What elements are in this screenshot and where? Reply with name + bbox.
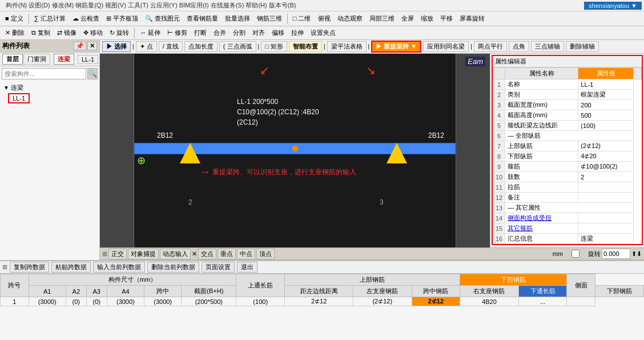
left-wall (100, 54, 134, 247)
bottom-cell[interactable]: (0) (66, 297, 86, 306)
btn-beam-id[interactable]: LL-1 (78, 55, 98, 64)
prop-row-value: 4⊄20 (578, 151, 634, 162)
tree-sub-item-ll1[interactable]: LL-1 (8, 93, 30, 103)
btn-line[interactable]: / 直线 (159, 41, 183, 52)
btn-batch[interactable]: 批量选择 (222, 13, 253, 24)
bottom-cell[interactable]: (0) (86, 297, 107, 306)
bottom-cell[interactable]: 2⊄12 (285, 297, 353, 306)
btn-align[interactable]: 对齐 (249, 27, 268, 38)
btn-smart[interactable]: 智能布置 (289, 41, 322, 52)
bottom-cell[interactable]: (3000) (144, 297, 182, 306)
btn-floor[interactable]: 首层 (2, 54, 23, 65)
btn-copy-span[interactable]: 复制跨数据 (10, 262, 49, 273)
btn-offset[interactable]: 偏移 (269, 27, 287, 38)
btn-define[interactable]: ■ 定义 (2, 13, 26, 24)
btn-input-cur[interactable]: 输入当前列数据 (93, 262, 145, 273)
bottom-cell[interactable]: (200*500) (182, 297, 236, 306)
btn-find[interactable]: 🔍 查找图元 (142, 13, 183, 24)
bottom-cell[interactable]: 4B20 (460, 297, 518, 306)
prop-scroll[interactable]: 属性名称 属性值 1 名称 LL-12 类别 框架连梁3 截面宽度(mm) 20… (493, 67, 642, 244)
btn-split[interactable]: 分割 (230, 27, 248, 38)
btn-angle[interactable]: 点角 (509, 41, 529, 52)
bottom-cell[interactable]: ... (518, 297, 567, 306)
btn-move[interactable]: ✥ 移动 (80, 27, 106, 38)
btn-two-point-par[interactable]: 两点平行 (474, 41, 507, 52)
btn-panel-close[interactable]: ✕ (87, 42, 97, 50)
btn-flush[interactable]: ⊞ 平齐板顶 (103, 13, 141, 24)
btn-panel-pin[interactable]: 📌 (74, 42, 86, 50)
bottom-cell[interactable] (567, 297, 595, 306)
btn-trim[interactable]: ⊢ 修剪 (164, 27, 190, 38)
btn-perp[interactable]: 垂点 (218, 249, 236, 259)
btn-apply-same[interactable]: 应用到同名梁 (423, 41, 469, 52)
rotate-checkbox[interactable] (564, 250, 587, 258)
btn-recount[interactable]: ▶ 重提梁跨 ▼ (371, 41, 421, 53)
btn-dynamic-input[interactable]: 动态输入 (160, 249, 191, 259)
btn-page-setup[interactable]: 页面设置 (202, 262, 235, 273)
bottom-cell[interactable]: (100) (236, 297, 285, 306)
canvas[interactable]: 2 3 4 LL-1 200*500 (100, 54, 490, 247)
tree-item-beam[interactable]: ▼ 连梁 (1, 82, 98, 93)
yellow-triangle-right (387, 143, 407, 163)
btn-dynview[interactable]: 动态观察 (335, 13, 365, 24)
right-rebar-label: 2B12 (428, 131, 444, 139)
search-button[interactable]: 🔍 (87, 68, 98, 79)
bottom-cell[interactable]: (3000) (29, 297, 66, 306)
btn-topview[interactable]: 俯视 (315, 13, 333, 24)
btn-rotate[interactable]: ↻ 旋转 (107, 27, 132, 38)
btn-snap[interactable]: 对象捕提 (128, 249, 159, 259)
btn-del-cur[interactable]: 删除当前列数据 (147, 262, 199, 273)
bottom-cell[interactable]: 2⊄12 (412, 297, 460, 306)
btn-extend[interactable]: ↔ 延伸 (137, 27, 163, 38)
btn-del-aux[interactable]: 删除辅轴 (566, 41, 599, 52)
prop-row-name[interactable]: 侧面构造或受扭 (505, 213, 578, 223)
status-icon: ⊞ (102, 250, 107, 258)
btn-copy[interactable]: ⧉ 复制 (29, 27, 53, 38)
prop-row-name[interactable]: 其它箍筋 (505, 223, 578, 234)
btn-3drebar[interactable]: 钢筋三维 (254, 13, 285, 24)
panel-title-bar: 构件列表 📌 ✕ (0, 40, 99, 53)
bottom-table-area[interactable]: 跨号 构件尺寸（mm） 上通长筋 上部钢筋 下部钢筋 侧面 A1 A2 A3 A… (0, 274, 644, 340)
btn-rect[interactable]: □ 矩形 (261, 41, 287, 52)
btn-break[interactable]: 打断 (191, 27, 210, 38)
btn-select[interactable]: ▶ 选择 (102, 41, 131, 52)
btn-zoom[interactable]: 缩放 (418, 13, 436, 24)
bottom-cell[interactable]: 1 (1, 297, 29, 306)
prop-row-num: 3 (493, 100, 505, 110)
btn-intersect[interactable]: 交点 (198, 249, 216, 259)
btn-stretch[interactable]: 拉伸 (288, 27, 307, 38)
btn-grips[interactable]: 设置夹点 (308, 27, 339, 38)
btn-fullscreen[interactable]: 全屏 (399, 13, 417, 24)
btn-delete[interactable]: ✕ 删除 (2, 27, 27, 38)
btn-paste-span[interactable]: 粘贴跨数据 (51, 262, 91, 273)
btn-mirror[interactable]: ⇄ 镜像 (54, 27, 79, 38)
btn-beam-table[interactable]: 梁平法表格 (327, 41, 367, 52)
btn-pan[interactable]: 平移 (437, 13, 456, 24)
bottom-cell[interactable]: (2⊄12) (353, 297, 412, 306)
btn-three-point[interactable]: 三点辅轴 (531, 41, 564, 52)
btn-arc[interactable]: ( 三点画弧 (219, 41, 256, 52)
btn-2d[interactable]: □ 二维 (290, 13, 314, 24)
btn-exit[interactable]: 退出 (237, 262, 257, 273)
btn-merge[interactable]: 合并 (211, 27, 229, 38)
btn-beam-type[interactable]: 连梁 (54, 54, 74, 65)
btn-rotate-screen[interactable]: 屏幕旋转 (457, 13, 488, 24)
btn-midpoint[interactable]: 中点 (237, 249, 255, 259)
btn-len-point[interactable]: 点加长度 (184, 41, 218, 52)
btn-rebar-view[interactable]: 查看钢筋量 (184, 13, 221, 24)
btn-vertex[interactable]: 顶点 (256, 249, 275, 259)
bottom-cell[interactable]: (3000) (107, 297, 144, 306)
btn-sum[interactable]: ∑ 汇总计算 (31, 13, 69, 24)
btn-local3d[interactable]: 局部三维 (367, 13, 397, 24)
search-input[interactable] (2, 68, 86, 79)
rotate-input[interactable] (602, 249, 630, 259)
sep1 (29, 14, 29, 24)
menu-construct[interactable]: 构件(N) 设图(D) 修改(M) 钢筋量(Q) 视图(V) 工具(T) 云应用… (2, 1, 583, 10)
btn-ortho[interactable]: 正交 (108, 249, 127, 259)
btn-point[interactable]: ✦ 点 (136, 41, 157, 52)
user-menu[interactable]: shenxianyatou ▼ (584, 2, 642, 10)
app-container: 构件(N) 设图(D) 修改(M) 钢筋量(Q) 视图(V) 工具(T) 云应用… (0, 0, 644, 340)
btn-cloud[interactable]: ☁ 云检查 (70, 13, 102, 24)
btn-door[interactable]: 门窗洞 (23, 54, 50, 65)
bottom-section: ⊞ 复制跨数据 粘贴跨数据 输入当前列数据 删除当前列数据 页面设置 退出 跨号… (0, 260, 644, 340)
